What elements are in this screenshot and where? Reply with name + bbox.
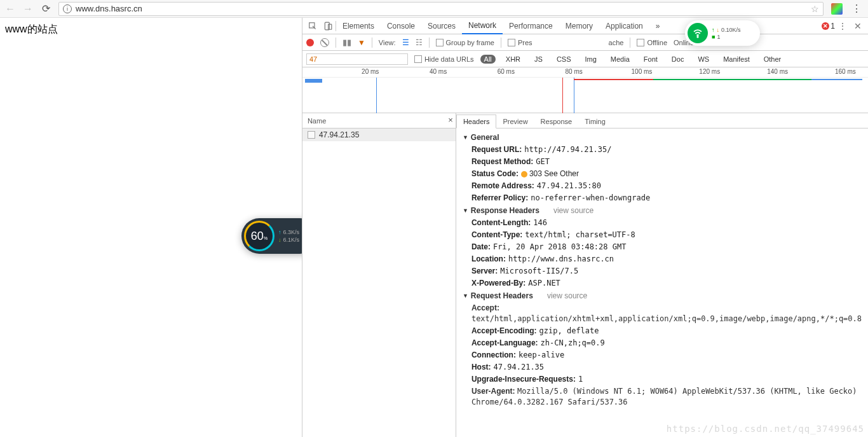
detail-tab-response[interactable]: Response <box>534 115 579 128</box>
view-label: View: <box>379 39 396 46</box>
request-type-icon <box>308 131 315 139</box>
browser-nav-bar: ← → ⟳ i www.dns.hasrc.cn ☆ ⋮ <box>0 0 868 18</box>
forward-button[interactable]: → <box>20 1 36 17</box>
section-request-headers[interactable]: ▼Request Headersview source <box>460 289 864 302</box>
header-user-agent: User-Agent: Mozilla/5.0 (Windows NT 6.1;… <box>460 385 864 408</box>
main-split: www的站点 60% ↑6.3K/s ↓6.1K/s ↑↓0.10K/s ■1 <box>0 18 868 437</box>
filter-toggle-icon[interactable]: ▼ <box>358 38 365 47</box>
page-content: www的站点 60% ↑6.3K/s ↓6.1K/s <box>0 18 302 437</box>
filter-manifest[interactable]: Manifest <box>719 55 754 64</box>
view-large-icon[interactable]: ☰ <box>402 38 409 47</box>
detail-tab-preview[interactable]: Preview <box>496 115 534 128</box>
detail-body: ▼General Request URL:http://47.94.21.35/… <box>456 128 868 437</box>
speed-gauge: 60% <box>244 221 275 251</box>
response-header-row: Content-Length:146 <box>460 217 864 229</box>
svg-rect-3 <box>328 24 331 29</box>
tab-performance[interactable]: Performance <box>503 18 559 34</box>
svg-point-0 <box>697 36 698 38</box>
preserve-log[interactable]: Pres <box>508 39 532 46</box>
filter-doc[interactable]: Doc <box>668 55 688 64</box>
response-header-row: Server:Microsoft-IIS/7.5 <box>460 265 864 277</box>
network-toolbar: ▮▮ ▼ View: ☰ ☷ Group by frame Pres ache … <box>302 34 868 51</box>
view-small-icon[interactable]: ☷ <box>416 38 423 47</box>
tab-more[interactable]: » <box>649 18 667 34</box>
request-header-row: Upgrade-Insecure-Requests:1 <box>460 373 864 385</box>
clear-button[interactable] <box>320 38 329 47</box>
request-header-row: Connection:keep-alive <box>460 349 864 361</box>
request-header-row: Host:47.94.21.35 <box>460 361 864 373</box>
group-by-frame[interactable]: Group by frame <box>436 39 494 46</box>
bookmark-icon[interactable]: ☆ <box>811 4 819 14</box>
error-badge[interactable]: ✕1 <box>822 22 835 31</box>
request-row[interactable]: 47.94.21.35 <box>302 128 456 141</box>
filter-ws[interactable]: WS <box>694 55 713 64</box>
inspect-icon[interactable] <box>305 22 320 31</box>
speed-stats: ↑6.3K/s ↓6.1K/s <box>278 229 299 243</box>
hide-data-urls[interactable]: Hide data URLs <box>414 55 474 63</box>
network-filter-row: Hide data URLs All XHR JS CSS Img Media … <box>302 51 868 67</box>
filter-all[interactable]: All <box>480 55 496 64</box>
filter-js[interactable]: JS <box>531 55 546 64</box>
filter-media[interactable]: Media <box>607 55 634 64</box>
filter-xhr[interactable]: XHR <box>502 55 524 64</box>
network-timeline[interactable]: 20 ms 40 ms 60 ms 80 ms 100 ms 120 ms 14… <box>302 67 868 113</box>
response-header-row: Location:http://www.dns.hasrc.cn <box>460 253 864 265</box>
reload-button[interactable]: ⟳ <box>38 1 53 17</box>
detail-tab-headers[interactable]: Headers <box>456 114 497 128</box>
wifi-overlay[interactable]: ↑↓0.10K/s ■1 <box>685 20 760 46</box>
request-header-row: Accept-Language:zh-CN,zh;q=0.9 <box>460 337 864 349</box>
detail-tabs: Headers Preview Response Timing <box>456 113 868 128</box>
detail-tab-timing[interactable]: Timing <box>578 115 612 128</box>
close-detail-icon[interactable]: × <box>448 115 453 125</box>
request-header-row: Accept-Encoding:gzip, deflate <box>460 325 864 337</box>
screenshot-icon[interactable]: ▮▮ <box>342 38 351 47</box>
tab-network[interactable]: Network <box>462 18 503 34</box>
request-list-header[interactable]: Name × <box>302 113 456 128</box>
page-title: www的站点 <box>0 18 302 41</box>
filter-font[interactable]: Font <box>640 55 661 64</box>
response-header-row: X-Powered-By:ASP.NET <box>460 277 864 289</box>
tab-application[interactable]: Application <box>599 18 649 34</box>
devtools-close-icon[interactable]: ✕ <box>850 21 865 31</box>
speed-up: ↑6.3K/s <box>278 229 299 235</box>
tab-elements[interactable]: Elements <box>336 18 381 34</box>
detail-panel: Headers Preview Response Timing ▼General… <box>456 113 868 437</box>
section-response-headers[interactable]: ▼Response Headersview source <box>460 204 864 217</box>
extension-icon[interactable] <box>831 3 843 15</box>
response-header-row: Content-Type:text/html; charset=UTF-8 <box>460 229 864 241</box>
response-header-row: Date:Fri, 20 Apr 2018 03:48:28 GMT <box>460 241 864 253</box>
section-general[interactable]: ▼General <box>460 131 864 144</box>
url-text: www.dns.hasrc.cn <box>76 4 142 13</box>
url-bar[interactable]: i www.dns.hasrc.cn ☆ <box>58 2 824 16</box>
back-button[interactable]: ← <box>3 1 18 17</box>
filter-css[interactable]: CSS <box>553 55 575 64</box>
request-list: Name × 47.94.21.35 <box>302 113 456 437</box>
browser-menu[interactable]: ⋮ <box>848 3 865 15</box>
record-button[interactable] <box>306 39 314 46</box>
tab-console[interactable]: Console <box>381 18 421 34</box>
devtools-tabs: Elements Console Sources Network Perform… <box>302 18 868 34</box>
network-lower: Name × 47.94.21.35 Headers Preview Respo… <box>302 113 868 437</box>
filter-input[interactable] <box>306 53 408 65</box>
tab-memory[interactable]: Memory <box>559 18 599 34</box>
wifi-stats: ↑↓0.10K/s ■1 <box>712 27 741 40</box>
wifi-icon <box>688 23 708 43</box>
speed-down: ↓6.1K/s <box>278 237 299 243</box>
svg-rect-2 <box>325 22 329 30</box>
tab-sources[interactable]: Sources <box>421 18 462 34</box>
devtools-panel: ↑↓0.10K/s ■1 Elements Console Sources Ne… <box>302 18 868 437</box>
device-toggle-icon[interactable] <box>320 22 336 31</box>
site-info-icon[interactable]: i <box>63 4 72 13</box>
filter-other[interactable]: Other <box>760 55 785 64</box>
devtools-settings-icon[interactable]: ⋮ <box>835 21 850 31</box>
filter-img[interactable]: Img <box>581 55 600 64</box>
offline-toggle[interactable]: Offline <box>637 39 667 46</box>
header-accept: Accept: text/html,application/xhtml+xml,… <box>460 302 864 325</box>
